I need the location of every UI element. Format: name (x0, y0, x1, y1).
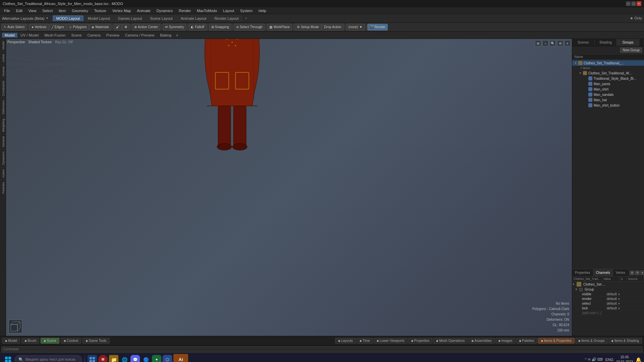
rp-tab-shading[interactable]: Shading (595, 39, 617, 46)
status-tab-brush[interactable]: ■ Brush (21, 338, 39, 344)
notification-icon[interactable]: 🔔 (636, 357, 641, 362)
viewport-settings-btn[interactable]: ⚙ (557, 40, 563, 46)
status-layouts[interactable]: ■ Layouts (335, 338, 356, 344)
tab-scene-layout[interactable]: Scene Layout (146, 15, 176, 21)
status-assemblies[interactable]: ■ Assemblies (469, 338, 495, 344)
left-tab-deformers[interactable]: Deformers (0, 98, 6, 116)
ch-tab-vertex-maps[interactable]: Vertex Maps (613, 269, 628, 276)
add-layout-tab[interactable]: + (243, 15, 249, 21)
falloff-button[interactable]: ◐ Falloff (189, 24, 206, 31)
tree-item-traditional-style[interactable]: Traditional_Style_Black_Bl... (572, 76, 644, 81)
menu-view[interactable]: View (26, 8, 39, 13)
left-tab-model[interactable]: Model (0, 39, 6, 52)
ch-lock-row[interactable]: lock default ▼ (572, 306, 644, 311)
sub-tab-mesh-fusion[interactable]: Mesh Fusion (42, 33, 68, 38)
sub-tab-scene[interactable]: Scene (68, 33, 84, 38)
status-tab-model[interactable]: ■ Model (2, 338, 20, 344)
taskbar-icon-modo[interactable]: M (98, 355, 108, 362)
ch-root-row[interactable]: ▼ Clothes_Set ... (572, 282, 644, 287)
menu-layout[interactable]: Layout (220, 8, 237, 13)
ch-group-row[interactable]: ▼ Group (572, 287, 644, 292)
menu-file[interactable]: File (1, 8, 13, 13)
ai-badge-taskbar[interactable]: Ai (173, 354, 188, 362)
ch-tab-channels[interactable]: Channels (593, 269, 613, 276)
sub-tab-baking[interactable]: Baking (157, 33, 174, 38)
status-tab-game-tools[interactable]: ■ Game Tools (83, 338, 109, 344)
rp-tab-groups[interactable]: Groups (617, 39, 639, 46)
alt-layout-selector[interactable]: Alternative Layouts (Beta) ▼ (2, 16, 49, 20)
status-tab-scene[interactable]: ■ Scene (41, 338, 59, 344)
taskbar-icon-browser2[interactable]: 🔵 (141, 355, 151, 362)
viewport-maximize-btn[interactable]: ⊞ (535, 40, 541, 46)
ch-add-user-row[interactable]: [add user t...] (572, 311, 644, 315)
taskbar-icon-browser[interactable]: 🌐 (120, 355, 129, 362)
left-tab-general[interactable]: General (0, 134, 6, 149)
tree-root-item[interactable]: ▼ Clothes_Set_Traditional_... (572, 60, 644, 66)
taskbar-icon-explorer[interactable]: 📁 (109, 355, 118, 362)
left-tab-weighting[interactable]: Weighting (0, 116, 6, 134)
start-button[interactable] (3, 354, 13, 362)
viewport-shading[interactable]: Shaded Texture (28, 40, 52, 44)
ch-select-row[interactable]: select default ▼ (572, 301, 644, 306)
snapping-button[interactable]: ⊞ Snapping (209, 24, 231, 31)
tree-item-man-shirt-button[interactable]: Man_shirt_button (572, 103, 644, 108)
menu-geometry[interactable]: Geometry (69, 8, 91, 13)
ch-visible-row[interactable]: visible default ▼ (572, 292, 644, 297)
taskbar-icon-virtual-desktop[interactable] (88, 355, 97, 362)
drop-action-button[interactable]: Drop Action (322, 24, 344, 31)
sub-tab-preview[interactable]: Preview (104, 33, 122, 38)
menu-dynamics[interactable]: Dynamics (154, 8, 175, 13)
taskbar-lang[interactable]: ENG (605, 358, 613, 362)
left-tab-active[interactable]: Active (0, 52, 6, 64)
setup-mode-button[interactable]: ⚙ Setup Mode (294, 24, 321, 31)
minimize-button[interactable]: ─ (626, 1, 631, 6)
workplane-button[interactable]: ▦ WorkPlane (267, 24, 292, 31)
menu-system[interactable]: System (237, 8, 255, 13)
viewport-fit-btn[interactable]: ○ (542, 40, 548, 46)
status-tab-context[interactable]: ■ Context (61, 338, 82, 344)
left-tab-particles[interactable]: Particles (0, 180, 6, 196)
action-center-button[interactable]: ⊕ Action Center (132, 24, 161, 31)
taskbar-search[interactable]: 🔍 Введите здесь текст для поиска (15, 355, 82, 362)
tree-item-man-sandals[interactable]: Man_sandals (572, 92, 644, 97)
status-mesh-ops[interactable]: ■ Mesh Operations (433, 338, 468, 344)
ch-settings-icon[interactable]: ⚙ (635, 270, 640, 275)
viewport-options-btn[interactable]: ≡ (565, 40, 571, 46)
menu-item[interactable]: Item (56, 8, 68, 13)
viewport[interactable]: Perspective Shaded Texture Ray GL: Off ⊞… (6, 39, 572, 336)
status-palettes[interactable]: ■ Palettes (516, 338, 537, 344)
render-button[interactable]: 🎬 Render (367, 24, 388, 31)
tree-item-man-shirt[interactable]: Man_shirt (572, 86, 644, 92)
status-items-properties[interactable]: ■ Items & Properties (538, 338, 575, 344)
left-tab-action[interactable]: Action (0, 167, 6, 180)
vertices-button[interactable]: ● Vertices (29, 24, 49, 31)
tree-item-clothes-set[interactable]: ▼ Clothes_Set_Traditional_Af... (572, 70, 644, 76)
star-only-toggle[interactable]: ★ Only (630, 16, 642, 20)
menu-texture[interactable]: Texture (92, 8, 109, 13)
menu-maxtomodo[interactable]: MaxToModo (194, 8, 220, 13)
sub-tab-model[interactable]: Model (2, 33, 17, 38)
menu-render[interactable]: Render (176, 8, 194, 13)
status-images[interactable]: ■ Images (495, 338, 516, 344)
taskbar-icon-app2[interactable]: ⬡ (163, 355, 172, 362)
left-tab-inverse[interactable]: Inverse (0, 64, 6, 78)
ch-close-icon[interactable]: ▸ (640, 270, 644, 275)
action-none-dropdown[interactable]: (none) ▼ (346, 24, 365, 31)
status-lower-viewports[interactable]: ■ Lower Viewports (374, 338, 408, 344)
ch-tab-properties[interactable]: Properties (572, 269, 593, 276)
menu-animate[interactable]: Animate (134, 8, 153, 13)
left-tab-constraints[interactable]: Constraints (0, 78, 6, 98)
left-tab-dynamics[interactable]: Dynamics (0, 149, 6, 167)
status-time[interactable]: ■ Time (357, 338, 373, 344)
viewport-zoom-in-btn[interactable]: 🔍 (550, 40, 556, 46)
rp-tab-scenes[interactable]: Scenes (572, 39, 595, 46)
status-properties[interactable]: ■ Properties (408, 338, 433, 344)
tree-item-man-pants[interactable]: Man_pants (572, 81, 644, 86)
tab-animate-layout[interactable]: Animate Layout (177, 15, 210, 21)
polygons-button[interactable]: ◇ Polygons (67, 24, 89, 31)
paint-button[interactable]: 🖌 (114, 24, 122, 31)
materials-button[interactable]: ◈ Materials (89, 24, 111, 31)
viewport-ray-gl[interactable]: Ray GL: Off (55, 40, 73, 44)
menu-help[interactable]: Help (256, 8, 269, 13)
tree-item-man-hat[interactable]: Man_hat (572, 97, 644, 103)
